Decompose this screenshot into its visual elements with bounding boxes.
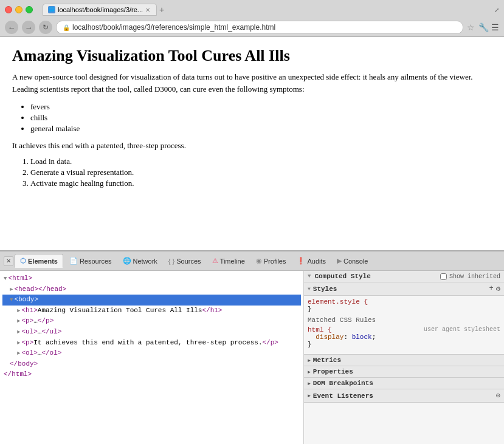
- styles-panel: ▼ Computed Style Show inherited ▼ Styles…: [304, 271, 504, 444]
- resources-icon: 📄: [69, 257, 78, 265]
- styles-title: Styles: [313, 285, 337, 293]
- event-listeners-section[interactable]: ► Event Listeners ⊝: [304, 389, 504, 403]
- dom-line[interactable]: ►<p>It achieves this end with a patented…: [2, 338, 301, 349]
- minimize-button[interactable]: [15, 6, 22, 13]
- devtools-body: ▼<html> ►<head></head> ▼<body> ►<h1>Amaz…: [0, 271, 504, 444]
- browser-chrome: 🌐 localhost/book/images/3/re... ✕ + ⤢ ← …: [0, 0, 504, 37]
- show-inherited-label: Show inherited: [449, 273, 500, 280]
- css-rule-element: element.style { }: [308, 298, 500, 313]
- process-intro: It achieves this end with a patented, th…: [12, 141, 492, 151]
- devtools-toolbar: ✕ ⬡ Elements 📄 Resources 🌐 Network { } S…: [0, 251, 504, 271]
- show-inherited-group: Show inherited: [440, 273, 500, 280]
- metrics-section[interactable]: ► Metrics: [304, 354, 504, 366]
- css-property: display: [316, 333, 343, 341]
- event-listeners-triangle[interactable]: ►: [308, 393, 311, 398]
- process-list: Load in data. Generate a visual represen…: [30, 157, 492, 188]
- tab-elements[interactable]: ⬡ Elements: [15, 254, 63, 268]
- browser-tab[interactable]: 🌐 localhost/book/images/3/re... ✕: [43, 4, 157, 16]
- address-bar[interactable]: 🔒 localhost/book/images/3/references/sim…: [56, 21, 463, 34]
- filter-icon[interactable]: ⊝: [496, 391, 500, 400]
- dom-panel[interactable]: ▼<html> ►<head></head> ▼<body> ►<h1>Amaz…: [0, 271, 304, 444]
- tab-close-icon[interactable]: ✕: [145, 7, 150, 13]
- event-listeners-label: Event Listeners: [313, 392, 373, 400]
- page-content: Amazing Visualization Tool Cures All Ill…: [0, 37, 504, 250]
- collapse-triangle[interactable]: ►: [17, 329, 20, 335]
- nav-bar: ← → ↻ 🔒 localhost/book/images/3/referenc…: [0, 18, 504, 36]
- collapse-triangle[interactable]: ▼: [10, 297, 13, 303]
- collapse-triangle[interactable]: ►: [17, 308, 20, 314]
- css-value: block: [352, 333, 372, 341]
- close-button[interactable]: [5, 6, 12, 13]
- list-item: Activate magic healing function.: [30, 179, 492, 188]
- collapse-triangle[interactable]: ►: [17, 318, 20, 324]
- collapse-triangle[interactable]: ▼: [4, 276, 7, 282]
- url-text: localhost/book/images/3/references/simpl…: [72, 23, 275, 32]
- dom-line[interactable]: ►<ul>…</ul>: [2, 327, 301, 338]
- tab-bar: 🌐 localhost/book/images/3/re... ✕ +: [43, 4, 491, 16]
- tab-network[interactable]: 🌐 Network: [118, 254, 162, 267]
- refresh-button[interactable]: ↻: [39, 21, 52, 34]
- tab-audits[interactable]: ❗ Audits: [292, 254, 331, 267]
- dom-line[interactable]: </html>: [2, 369, 301, 380]
- devtools-close-button[interactable]: ✕: [4, 256, 13, 266]
- list-item: Load in data.: [30, 157, 492, 166]
- css-html-selector: html {: [308, 326, 332, 333]
- traffic-lights: [5, 6, 33, 13]
- metrics-label: Metrics: [313, 357, 341, 364]
- properties-section[interactable]: ► Properties: [304, 366, 504, 378]
- devtools-panel: ✕ ⬡ Elements 📄 Resources 🌐 Network { } S…: [0, 250, 504, 444]
- styles-triangle[interactable]: ▼: [308, 286, 311, 292]
- computed-style-header[interactable]: ▼ Computed Style Show inherited: [304, 271, 504, 282]
- computed-title: Computed Style: [314, 273, 370, 280]
- intro-paragraph: A new open-source tool designed for visu…: [12, 71, 492, 95]
- dom-line[interactable]: </body>: [2, 359, 301, 370]
- menu-icon[interactable]: ☰: [491, 22, 499, 32]
- css-close: }: [308, 306, 312, 313]
- properties-triangle[interactable]: ►: [308, 369, 311, 375]
- styles-content: element.style { } Matched CSS Rules html…: [304, 296, 504, 354]
- new-tab-button[interactable]: +: [159, 5, 164, 15]
- dom-line[interactable]: ►<p>…</p>: [2, 316, 301, 327]
- tab-timeline[interactable]: ⚠ Timeline: [207, 254, 250, 267]
- tab-resources[interactable]: 📄 Resources: [64, 254, 117, 267]
- elements-icon: ⬡: [20, 257, 26, 265]
- css-rule-html: html { user agent stylesheet display: bl…: [308, 326, 500, 348]
- show-inherited-checkbox[interactable]: [440, 273, 447, 280]
- dom-line-selected[interactable]: ▼<body>: [2, 295, 301, 306]
- extensions-icon[interactable]: 🔧: [478, 22, 489, 32]
- computed-triangle[interactable]: ▼: [308, 273, 311, 279]
- collapse-triangle[interactable]: ►: [17, 340, 20, 346]
- style-options-icon[interactable]: ⚙: [496, 284, 500, 293]
- dom-breakpoints-triangle[interactable]: ►: [308, 381, 311, 386]
- computed-title-group: ▼ Computed Style: [308, 273, 371, 280]
- sources-icon: { }: [168, 258, 174, 265]
- tab-sources[interactable]: { } Sources: [164, 255, 206, 267]
- back-button[interactable]: ←: [5, 21, 18, 34]
- bookmark-icon[interactable]: ☆: [467, 22, 475, 32]
- collapse-triangle[interactable]: ►: [10, 287, 13, 293]
- collapse-triangle[interactable]: ►: [17, 350, 20, 357]
- dom-line[interactable]: ►<ol>…</ol>: [2, 348, 301, 359]
- list-item: Generate a visual representation.: [30, 168, 492, 177]
- network-icon: 🌐: [123, 257, 131, 265]
- css-selector: element.style {: [308, 298, 368, 306]
- css-rule-close: }: [308, 341, 312, 348]
- dom-line[interactable]: ►<head></head>: [2, 284, 301, 295]
- tab-profiles[interactable]: ◉ Profiles: [251, 254, 291, 267]
- restore-button[interactable]: ⤢: [494, 7, 499, 13]
- menu-buttons: 🔧 ☰: [478, 22, 499, 32]
- styles-actions: + ⚙: [489, 284, 500, 293]
- add-style-icon[interactable]: +: [489, 284, 494, 293]
- maximize-button[interactable]: [26, 6, 33, 13]
- dom-line[interactable]: ►<h1>Amazing Visualization Tool Cures Al…: [2, 306, 301, 316]
- timeline-icon: ⚠: [212, 257, 218, 265]
- dom-breakpoints-section[interactable]: ► DOM Breakpoints: [304, 378, 504, 389]
- css-source-label: user agent stylesheet: [424, 326, 500, 333]
- forward-button[interactable]: →: [22, 21, 35, 34]
- metrics-triangle[interactable]: ►: [308, 358, 311, 363]
- lock-icon: 🔒: [63, 24, 70, 31]
- tab-console[interactable]: ▶ Console: [332, 254, 373, 267]
- page-title: Amazing Visualization Tool Cures All Ill…: [12, 47, 492, 65]
- styles-header[interactable]: ▼ Styles + ⚙: [304, 282, 504, 296]
- dom-line[interactable]: ▼<html>: [2, 273, 301, 284]
